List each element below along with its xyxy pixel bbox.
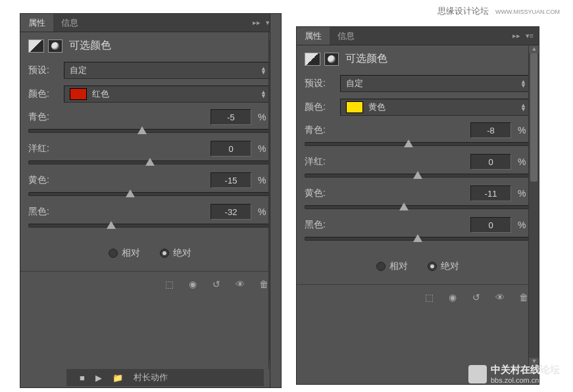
stop-icon[interactable]: ■: [80, 373, 85, 383]
slider-label: 黑色:: [28, 206, 211, 218]
reset-icon[interactable]: ↺: [209, 278, 224, 290]
panel-title-row: 可选颜色: [297, 45, 539, 75]
color-swatch: [346, 101, 363, 113]
chevron-updown-icon: ▲▼: [261, 66, 266, 75]
scroll-thumb[interactable]: [530, 53, 537, 182]
radio-icon: [109, 249, 118, 258]
slider-value-input[interactable]: [470, 185, 511, 201]
slider-thumb[interactable]: [137, 126, 147, 134]
color-select[interactable]: 红色 ▲▼: [64, 86, 271, 103]
slider-yellow: 黄色:%: [28, 172, 271, 196]
zol-logo-icon: [468, 365, 487, 383]
radio-icon: [428, 262, 437, 271]
slider-thumb[interactable]: [413, 171, 422, 179]
tab-properties[interactable]: 属性: [20, 14, 53, 32]
slider-label: 洋红:: [28, 143, 211, 155]
slider-label: 青色:: [28, 111, 211, 123]
reset-icon[interactable]: ↺: [469, 291, 484, 303]
view-prev-icon[interactable]: ◉: [445, 291, 460, 303]
slider-track[interactable]: [305, 174, 531, 178]
panel-menu[interactable]: ▸▸ ▾≡: [507, 27, 539, 45]
slider-value-input[interactable]: [211, 141, 251, 157]
clip-icon[interactable]: ⬚: [162, 278, 176, 290]
adjustment-icon: [28, 39, 44, 53]
color-swatch: [70, 88, 87, 100]
view-prev-icon[interactable]: ◉: [186, 278, 200, 290]
tab-row: 属性 信息 ▸▸ ▾≡: [20, 14, 279, 32]
slider-value-input[interactable]: [470, 217, 511, 233]
slider-track[interactable]: [305, 205, 531, 209]
clip-icon[interactable]: ⬚: [422, 291, 436, 303]
slider-cyan: 青色:%: [305, 122, 531, 146]
collapse-icon[interactable]: ▸▸: [253, 18, 261, 27]
slider-value-input[interactable]: [470, 154, 511, 170]
method-radio-group: 相对 绝对: [28, 235, 271, 266]
slider-black: 黑色:%: [28, 204, 271, 228]
scroll-up-icon[interactable]: ▲: [529, 45, 539, 53]
panel-scrollbar[interactable]: ▲ ▼: [528, 45, 539, 366]
slider-magenta: 洋红:%: [305, 154, 531, 178]
adjustment-icon: [305, 53, 320, 66]
slider-track[interactable]: [28, 192, 271, 196]
properties-panel-left: 属性 信息 ▸▸ ▾≡ 可选颜色 预设: 自定 ▲▼ 颜色: 红色 ▲▼ 青色:: [20, 13, 280, 388]
action-strip: ■ ▶ 📁 村长动作: [66, 369, 264, 386]
slider-thumb[interactable]: [413, 234, 422, 242]
panel-footer-icons: ⬚ ◉ ↺ 👁 🗑: [297, 284, 539, 308]
watermark-bottom: 中关村在线论坛 bbs.zol.com.cn: [468, 364, 560, 384]
slider-magenta: 洋红:%: [28, 141, 271, 164]
action-label: 村长动作: [134, 372, 168, 383]
preset-select[interactable]: 自定 ▲▼: [64, 62, 271, 79]
slider-cyan: 青色:%: [28, 109, 271, 133]
color-label: 颜色:: [28, 88, 64, 100]
folder-icon[interactable]: 📁: [112, 373, 123, 383]
visibility-icon[interactable]: 👁: [493, 291, 507, 303]
slider-track[interactable]: [28, 224, 271, 228]
method-radio-group: 相对 绝对: [305, 249, 531, 279]
color-select[interactable]: 黄色 ▲▼: [340, 99, 531, 116]
panel-title: 可选颜色: [69, 39, 111, 53]
selective-color-icon: [324, 53, 339, 66]
properties-panel-right: 属性 信息 ▸▸ ▾≡ 可选颜色 预设: 自定 ▲▼ 颜色: 黄色 ▲▼ 青色:: [296, 26, 539, 385]
slider-value-input[interactable]: [211, 172, 251, 188]
radio-absolute[interactable]: 绝对: [160, 247, 191, 259]
slider-value-input[interactable]: [470, 122, 511, 138]
slider-thumb[interactable]: [126, 189, 135, 197]
preset-label: 预设:: [28, 64, 64, 76]
slider-thumb[interactable]: [145, 158, 155, 166]
visibility-icon[interactable]: 👁: [233, 278, 247, 290]
slider-thumb[interactable]: [107, 221, 116, 229]
tab-info[interactable]: 信息: [53, 14, 86, 32]
tab-row: 属性 信息 ▸▸ ▾≡: [297, 27, 539, 45]
watermark-top: 思缘设计论坛 WWW.MISSYUAN.COM: [437, 5, 560, 17]
color-label: 颜色:: [305, 101, 340, 113]
chevron-updown-icon: ▲▼: [520, 80, 526, 88]
slider-track[interactable]: [305, 237, 531, 241]
slider-label: 黄色:: [305, 187, 470, 199]
slider-yellow: 黄色:%: [305, 185, 531, 209]
slider-label: 黄色:: [28, 174, 211, 186]
chevron-updown-icon: ▲▼: [520, 103, 526, 112]
slider-track[interactable]: [28, 129, 271, 133]
tab-properties[interactable]: 属性: [297, 27, 330, 45]
slider-track[interactable]: [28, 160, 271, 164]
menu-icon[interactable]: ▾≡: [526, 32, 534, 40]
preset-select[interactable]: 自定 ▲▼: [340, 75, 531, 92]
radio-absolute[interactable]: 绝对: [428, 260, 459, 272]
slider-black: 黑色:%: [305, 217, 531, 241]
slider-track[interactable]: [305, 142, 531, 146]
radio-icon: [160, 249, 169, 258]
slider-label: 洋红:: [305, 156, 470, 168]
slider-thumb[interactable]: [399, 203, 409, 210]
slider-value-input[interactable]: [211, 204, 251, 220]
slider-value-input[interactable]: [211, 109, 251, 125]
collapse-icon[interactable]: ▸▸: [512, 32, 520, 40]
radio-relative[interactable]: 相对: [109, 247, 140, 259]
panel-title: 可选颜色: [345, 52, 387, 66]
radio-relative[interactable]: 相对: [376, 260, 408, 272]
slider-label: 青色:: [305, 124, 470, 136]
tab-info[interactable]: 信息: [330, 27, 362, 45]
play-icon[interactable]: ▶: [95, 373, 102, 383]
panel-title-row: 可选颜色: [20, 32, 279, 62]
side-dock-strip: [270, 13, 282, 388]
slider-thumb[interactable]: [404, 139, 413, 147]
